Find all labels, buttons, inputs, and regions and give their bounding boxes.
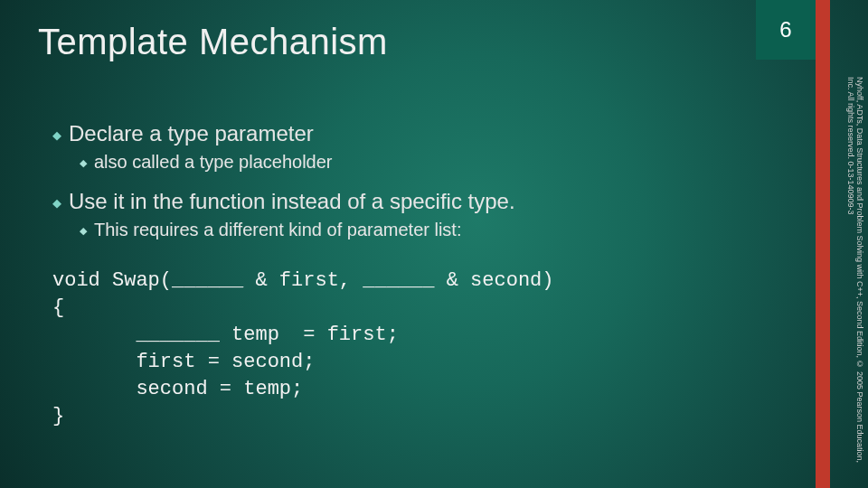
code-line: _______ temp = first; (52, 324, 399, 346)
bullet-text: also called a type placeholder (94, 152, 333, 173)
copyright-text: Nyhoff, ADTs, Data Structures and Proble… (835, 77, 864, 465)
diamond-icon: ◆ (52, 196, 61, 210)
bullet-use: ◆ Use it in the function instead of a sp… (52, 189, 796, 214)
diamond-icon: ◆ (80, 157, 87, 169)
bullet-requires: ◆ This requires a different kind of para… (80, 220, 796, 240)
code-line: } (52, 405, 64, 427)
diamond-icon: ◆ (80, 225, 87, 237)
slide-content: ◆ Declare a type parameter ◆ also called… (52, 108, 796, 430)
page-number-badge: 6 (756, 0, 816, 60)
slide: 6 Template Mechanism Nyhoff, ADTs, Data … (0, 0, 868, 488)
bullet-placeholder: ◆ also called a type placeholder (80, 152, 796, 173)
diamond-icon: ◆ (52, 128, 61, 142)
page-number: 6 (779, 17, 791, 42)
code-block: void Swap(______ & first, ______ & secon… (52, 267, 796, 430)
accent-bar (816, 0, 830, 488)
bullet-text: Use it in the function instead of a spec… (69, 189, 515, 214)
bullet-declare: ◆ Declare a type parameter (52, 121, 796, 146)
code-line: void Swap(______ & first, ______ & secon… (52, 269, 554, 292)
bullet-text: Declare a type parameter (69, 121, 314, 146)
bullet-text: This requires a different kind of parame… (94, 220, 461, 240)
code-line: { (52, 296, 64, 319)
code-line: second = temp; (52, 378, 303, 400)
code-line: first = second; (52, 351, 315, 373)
slide-title: Template Mechanism (38, 22, 388, 62)
